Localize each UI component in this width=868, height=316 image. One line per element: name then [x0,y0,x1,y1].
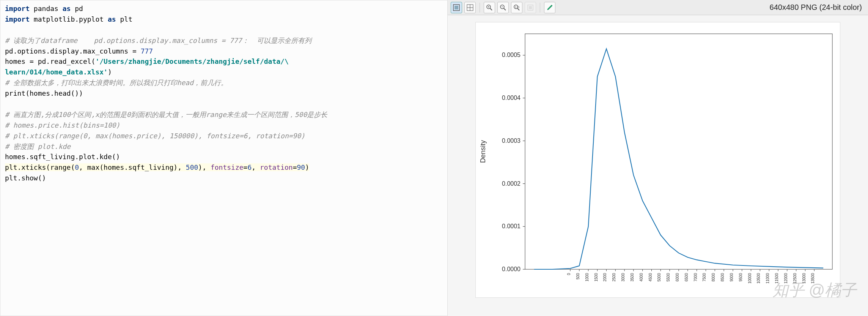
svg-text:0.0000: 0.0000 [502,266,520,272]
svg-text:0.0005: 0.0005 [502,52,520,58]
svg-text:2500: 2500 [612,273,616,282]
plot-area: 0.00000.00010.00020.00030.00040.0005Dens… [448,15,868,316]
svg-text:8500: 8500 [720,273,725,282]
zoom-reset-icon[interactable]: 1:1 [511,2,522,13]
svg-text:9500: 9500 [739,273,743,282]
svg-rect-17 [525,34,832,269]
svg-rect-16 [529,6,532,9]
svg-text:11000: 11000 [766,273,770,284]
code-editor[interactable]: import pandas as pd import matplotlib.py… [0,0,448,316]
svg-text:7500: 7500 [702,273,706,282]
svg-text:Density: Density [479,140,487,163]
svg-text:0.0003: 0.0003 [502,137,520,144]
image-info-label: 640x480 PNG (24-bit color) [770,3,865,12]
svg-text:6500: 6500 [684,273,689,282]
chart-container: 0.00000.00010.00020.00030.00040.0005Dens… [475,22,840,298]
image-viewer-pane: 1:1 640x480 PNG (24-bit color) 0.00000.0… [448,0,868,316]
zoom-out-icon[interactable] [497,2,509,13]
svg-line-10 [504,8,506,10]
svg-rect-1 [454,6,458,9]
svg-text:6000: 6000 [675,273,679,282]
svg-text:1000: 1000 [585,273,589,282]
fit-icon[interactable] [525,2,536,13]
svg-text:7000: 7000 [693,273,698,282]
svg-text:10500: 10500 [756,273,761,284]
svg-text:0: 0 [567,273,571,275]
svg-text:5000: 5000 [657,273,661,282]
svg-text:0.0002: 0.0002 [502,180,520,187]
svg-text:2000: 2000 [603,273,607,282]
eyedropper-icon[interactable] [544,2,555,13]
svg-line-6 [490,8,492,10]
svg-text:0.0001: 0.0001 [502,223,520,229]
svg-text:1500: 1500 [594,273,598,282]
svg-text:500: 500 [576,273,580,280]
svg-text:3500: 3500 [630,273,634,282]
svg-text:9000: 9000 [730,273,734,282]
svg-text:1:1: 1:1 [515,6,520,9]
svg-text:11500: 11500 [775,273,779,284]
svg-text:10000: 10000 [748,273,752,284]
svg-text:4500: 4500 [648,273,653,282]
svg-text:3000: 3000 [621,273,625,282]
svg-text:12500: 12500 [793,273,797,284]
svg-text:13000: 13000 [802,273,806,284]
svg-text:8000: 8000 [711,273,715,282]
svg-text:12000: 12000 [784,273,788,284]
bounding-box-icon[interactable] [451,2,462,13]
grid-icon[interactable] [464,2,476,13]
svg-text:13500: 13500 [811,273,815,284]
svg-text:5500: 5500 [666,273,670,282]
viewer-toolbar: 1:1 640x480 PNG (24-bit color) [448,0,868,15]
svg-text:0.0004: 0.0004 [502,95,520,101]
svg-text:4000: 4000 [639,273,643,282]
zoom-in-icon[interactable] [484,2,495,13]
